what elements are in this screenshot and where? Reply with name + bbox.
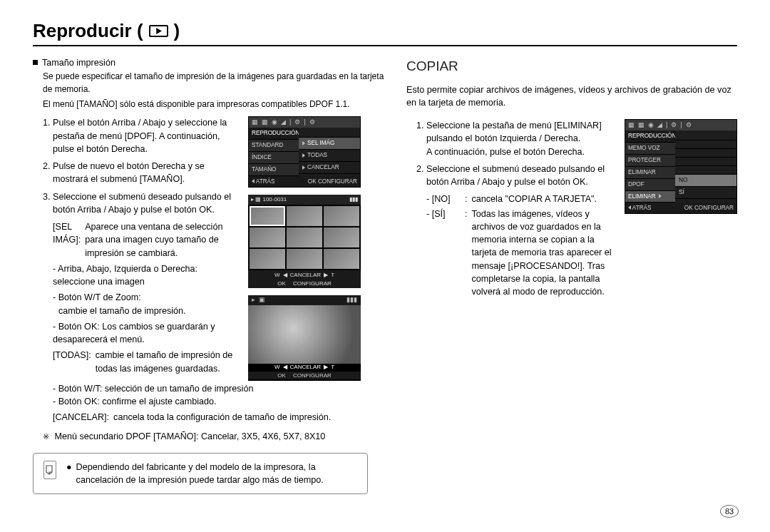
secondary-menu: Menú secundario DPOF [TAMAÑO]: Cancelar,… [55,431,326,441]
page-number: 83 [720,505,739,518]
title-text: Reproducir ( [33,20,143,42]
title-divider [33,45,737,46]
left-step-3: Seleccione el submenú deseado pulsando e… [53,190,240,217]
bullet-dot-icon: ● [66,461,72,487]
bullet-icon [33,60,38,65]
left-step-1: Pulse el botón Arriba / Abajo y seleccio… [53,116,240,155]
sel-text: Aparece una ventana de selección para un… [85,220,240,260]
screenshot-stack: ▦▦◉◢|⚙|⚙ REPRODUCCIÓN STANDARD ÍNDICE TA… [248,116,361,382]
right-heading: COPIAR [406,56,737,76]
no-key: - [NO] [426,193,461,205]
right-step-2: Seleccione el submenú deseado pulsando e… [426,163,616,189]
left-heading: Tamaño impresión [42,56,115,69]
right-intro: Esto permite copiar archivos de imágenes… [406,83,737,110]
left-column: Tamaño impresión Se puede especificar el… [33,56,388,494]
note-text: Dependiendo del fabricante y del modelo … [76,461,357,487]
play-icon [149,25,168,37]
cancel-text: cancela toda la configuración de tamaño … [113,411,331,424]
no-text: cancela "COPIAR A TARJETA". [472,193,597,205]
ok-conf: - Botón OK: confirme el ajuste cambiado. [53,395,388,408]
left-p1: Se puede especificar el tamaño de impres… [43,71,388,96]
cancel-label: [CANCELAR]: [53,411,109,424]
wt-text: - Botón W/T de Zoom: [53,292,141,302]
todas-label: [TODAS]: [53,349,91,375]
left-p2: El menú [TAMAÑO] sólo está disponible pa… [43,98,388,111]
page-title: Reproducir ( ) [33,20,737,42]
wt2-text: cambie el tamaño de impresión. [58,306,186,316]
sel-label: [SEL IMÁG]: [53,220,81,260]
ok-text: - Botón OK: Los cambios se guardarán y d… [53,320,240,347]
left-step-2: Pulse de nuevo el botón Derecha y se mos… [53,160,240,186]
si-key: - [SÍ] [426,208,461,299]
svg-marker-0 [156,28,162,34]
note-box: ● Dependiendo del fabricante y del model… [33,453,368,495]
si-text: Todas las imágenes, vídeos y archivos de… [472,208,617,299]
right-column: COPIAR Esto permite copiar archivos de i… [406,56,737,494]
arrow-text: - Arriba, Abajo, Izquierda o Derecha: se… [53,262,240,289]
camera-menu-2: ▦▦◉◢|⚙|⚙ REPRODUCCIÓN MEMO VOZ PROTEGER … [625,119,737,214]
manual-page: Reproducir ( ) Tamaño impresión Se puede… [0,0,770,532]
right-step-1: Seleccione la pestaña de menú [ELIMINAR]… [426,119,616,158]
wt-sel: - Botón W/T: selección de un tamaño de i… [53,382,388,395]
note-icon [43,461,56,479]
camera-menu-1: ▦▦◉◢|⚙|⚙ REPRODUCCIÓN STANDARD ÍNDICE TA… [248,116,361,188]
camera-thumbnails: ▸ ▦ 100-0031▮▮▮ W◀CANCELAR▶T OK CONFIGUR… [248,195,361,288]
todas-text: cambie el tamaño de impresión de todas l… [96,349,240,375]
camera-photo: ▸▣▮▮▮ W◀CANCELAR▶T OK CONFIGURAR [248,295,361,381]
title-close: ) [174,20,180,42]
reference-mark-icon: ※ [43,432,49,441]
